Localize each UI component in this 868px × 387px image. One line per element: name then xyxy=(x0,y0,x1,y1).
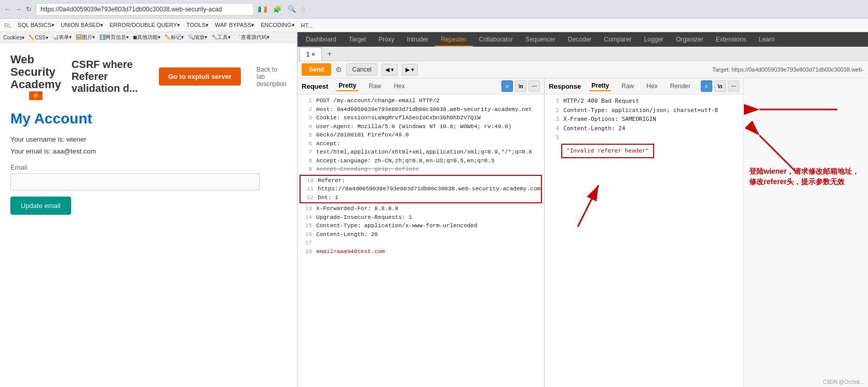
annotation-panel: 登陆wiener，请求修改邮箱地址，修改referer头，提示参数无效 CSDN… xyxy=(743,78,868,387)
web-toolbar-viewsource[interactable]: 📄查看源代码▾ xyxy=(235,34,269,41)
nav-next-button[interactable]: ▶ ▾ xyxy=(402,64,418,76)
lab-title: CSRF where Referer validation d... xyxy=(72,59,148,94)
response-title: Response xyxy=(549,82,581,90)
req-line-16: 16 Content-Length: 20 xyxy=(300,230,542,239)
request-code-area[interactable]: 1 POST /my-account/change-email HTTP/2 2… xyxy=(297,94,544,387)
burp-nav-extensions[interactable]: Extensions xyxy=(710,32,753,47)
svg-line-1 xyxy=(578,185,599,227)
web-panel: Cookies▾ ✏️CSS▾ 📊表单▾ 🖼️图片▾ ℹ️网页信息▾ ◼其他功能… xyxy=(0,32,297,387)
request-tab-pretty[interactable]: Pretty xyxy=(336,81,358,91)
web-toolbar-other[interactable]: ◼其他功能▾ xyxy=(133,34,160,41)
resp-line-2: 2 Content-Type: application/json; charse… xyxy=(547,106,741,115)
exploit-server-button[interactable]: Go to exploit server xyxy=(159,67,241,86)
burp-nav-organizer[interactable]: Organizer xyxy=(670,32,710,47)
burp-nav-comparer[interactable]: Comparer xyxy=(598,32,638,47)
browser-flag: 🇮🇪 xyxy=(258,5,267,13)
burp-nav-repeater[interactable]: Repeater xyxy=(435,32,472,47)
wsa-header: Web Security Academy ⚡ CSRF where Refere… xyxy=(10,53,287,100)
cancel-button[interactable]: Cancel xyxy=(346,63,377,76)
response-panel: Response Pretty Raw Hex Render ≡ \n ⋯ xyxy=(545,78,743,387)
req-line-6: 6 Accept: xyxy=(300,140,542,148)
req-line-1: 1 POST /my-account/change-email HTTP/2 xyxy=(300,96,542,105)
toolbar-encoding[interactable]: ENCODING▾ xyxy=(261,22,294,29)
burp-panel: Dashboard Target Proxy Intruder Repeater… xyxy=(297,32,868,387)
request-icon-menu[interactable]: ⋯ xyxy=(528,80,540,92)
browser-bar: ← → ↻ https://0a4d0059039e793e803d71db00… xyxy=(0,0,868,19)
req-line-15: 15 Content-Type: application/x-www-form-… xyxy=(300,222,542,230)
browser-forward-icon[interactable]: → xyxy=(15,5,22,13)
toolbar-waf-bypass[interactable]: WAF BYPASS▾ xyxy=(215,22,254,29)
repeater-tab-add[interactable]: + xyxy=(323,49,336,59)
my-account-title: My Account xyxy=(10,110,287,127)
burp-nav-decoder[interactable]: Decoder xyxy=(562,32,598,47)
burp-nav-target[interactable]: Target xyxy=(343,32,372,47)
web-toolbar-info[interactable]: ℹ️网页信息▾ xyxy=(99,34,129,41)
email-form: Email Update email xyxy=(10,163,287,215)
browser-extensions-icon: 🧩 xyxy=(273,5,281,13)
req-line-5: 5 Gecko/20100101 Firefox/49.0 xyxy=(300,131,542,140)
burp-nav-proxy[interactable]: Proxy xyxy=(372,32,401,47)
resp-highlight-box: "Invalid referer header" xyxy=(561,144,654,159)
req-line-10: 10 Referer: xyxy=(301,176,540,185)
repeater-tab-1[interactable]: 1 × xyxy=(300,47,322,61)
repeater-toolbar: Send ⚙ Cancel ◀ ▾ ▶ ▾ Target: https://0a… xyxy=(297,61,868,78)
browser-search-icon[interactable]: 🔍 xyxy=(288,5,296,13)
email-input[interactable] xyxy=(10,173,260,190)
send-button[interactable]: Send xyxy=(302,63,331,76)
toolbar-union-based[interactable]: UNION BASED▾ xyxy=(61,22,103,29)
toolbar-error-query[interactable]: ERROR/DOUBLE QUERY▾ xyxy=(110,22,180,29)
web-toolbar-table[interactable]: 📊表单▾ xyxy=(52,34,72,41)
web-content: Web Security Academy ⚡ CSRF where Refere… xyxy=(0,43,297,387)
web-toolbar-css[interactable]: ✏️CSS▾ xyxy=(29,35,48,40)
settings-icon[interactable]: ⚙ xyxy=(335,65,342,74)
toolbar-sql-basics[interactable]: SQL BASICS▾ xyxy=(18,22,55,29)
response-tab-raw[interactable]: Raw xyxy=(619,81,636,91)
browser-star-icon[interactable]: ☆ xyxy=(300,5,306,13)
req-line-4: 4 User-Agent: Mozilla/5.0 (Windows NT 10… xyxy=(300,122,542,131)
burp-nav-intruder[interactable]: Intruder xyxy=(401,32,435,47)
email-info: Your email is: aaa@test.com xyxy=(10,147,287,155)
update-email-button[interactable]: Update email xyxy=(10,197,71,215)
web-toolbar: Cookies▾ ✏️CSS▾ 📊表单▾ 🖼️图片▾ ℹ️网页信息▾ ◼其他功能… xyxy=(0,32,297,43)
burp-nav-sequencer[interactable]: Sequencer xyxy=(519,32,562,47)
web-toolbar-tools2[interactable]: 🔧工具▾ xyxy=(211,34,230,41)
browser-url-input[interactable]: https://0a4d0059039e793e803d71db00c30038… xyxy=(36,3,254,16)
req-line-12: 12 Dnt: 1 xyxy=(301,194,540,202)
web-toolbar-marks[interactable]: ✏️标记▾ xyxy=(165,34,184,41)
toolbar-ht[interactable]: HT... xyxy=(301,22,313,29)
resp-line-5: 5 xyxy=(547,133,741,142)
req-line-7: 7 text/html,application/xhtml+xml,applic… xyxy=(300,148,542,157)
email-field-label: Email xyxy=(10,163,287,171)
req-line-9: 9 Accept-Encoding: gzip, deflate xyxy=(300,165,542,174)
req-line-3: 3 Cookie: session=sLaNgMrvflASeoIoCxbn3G… xyxy=(300,114,542,122)
web-toolbar-image[interactable]: 🖼️图片▾ xyxy=(76,34,95,41)
toolbar-tools[interactable]: TOOLS▾ xyxy=(186,22,209,29)
request-panel-header: Request Pretty Raw Hex ≡ \n ⋯ xyxy=(297,78,544,94)
burp-nav-logger[interactable]: Logger xyxy=(638,32,670,47)
response-icon-wrap[interactable]: ≡ xyxy=(701,80,712,92)
web-toolbar-cookies[interactable]: Cookies▾ xyxy=(3,35,24,40)
req-line-18: 18 email=aaa%40test.com xyxy=(300,247,542,256)
browser-back-icon[interactable]: ← xyxy=(4,5,11,13)
footer-credit: CSDN @Orchid... xyxy=(823,379,864,385)
request-icon-ln[interactable]: \n xyxy=(515,80,526,92)
response-icon-menu[interactable]: ⋯ xyxy=(728,80,739,92)
panels-row: Request Pretty Raw Hex ≡ \n ⋯ 1 P xyxy=(297,78,868,387)
response-code-area[interactable]: 1 HTTP/2 400 Bad Request 2 Content-Type:… xyxy=(545,94,743,387)
browser-refresh-icon[interactable]: ↻ xyxy=(26,5,32,13)
response-tab-render[interactable]: Render xyxy=(668,81,693,91)
web-toolbar-zoom[interactable]: 🔍缩放▾ xyxy=(188,34,207,41)
nav-prev-button[interactable]: ◀ ▾ xyxy=(382,64,398,76)
request-tab-raw[interactable]: Raw xyxy=(367,81,383,91)
burp-nav-collaborator[interactable]: Collaborator xyxy=(473,32,519,47)
request-icon-wrap[interactable]: ≡ xyxy=(501,80,513,92)
back-to-lab-link[interactable]: Back to lab description xyxy=(256,66,287,88)
wsa-logo-badge: ⚡ xyxy=(29,91,43,100)
burp-nav-dashboard[interactable]: Dashboard xyxy=(300,32,343,47)
response-tab-pretty[interactable]: Pretty xyxy=(589,81,611,91)
request-tab-hex[interactable]: Hex xyxy=(391,81,406,91)
response-icon-ln[interactable]: \n xyxy=(714,80,726,92)
burp-nav-learn[interactable]: Learn xyxy=(752,32,781,47)
response-tab-hex[interactable]: Hex xyxy=(644,81,659,91)
req-line-14: 14 Upgrade-Insecure-Requests: 1 xyxy=(300,213,542,222)
